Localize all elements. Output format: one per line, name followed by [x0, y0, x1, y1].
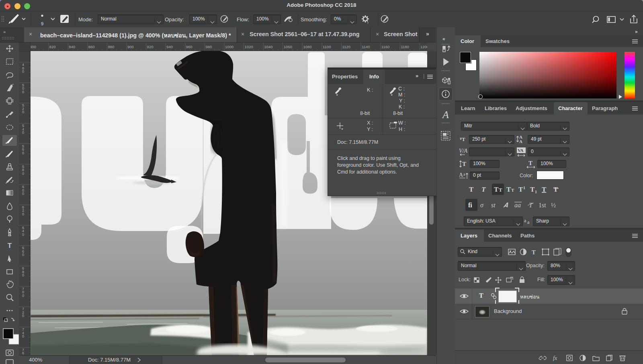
svg-text:A: A: [459, 172, 463, 178]
svg-text:M :: M :: [398, 92, 405, 98]
svg-text:T: T: [499, 187, 502, 193]
svg-text:V/A: V/A: [459, 148, 467, 154]
svg-text:T: T: [462, 161, 466, 167]
svg-text:Cmd for additional options.: Cmd for additional options.: [337, 169, 397, 175]
svg-text:0: 0: [22, 294, 24, 298]
svg-text:0: 0: [22, 90, 24, 94]
svg-text:T: T: [542, 186, 547, 193]
svg-text:960: 960: [186, 45, 192, 49]
svg-text:Y :: Y :: [367, 127, 373, 132]
svg-text:0: 0: [22, 70, 24, 74]
svg-text:0: 0: [22, 253, 24, 257]
svg-text:½: ½: [551, 202, 556, 209]
svg-text:8-bit: 8-bit: [393, 110, 403, 116]
svg-text:1200: 1200: [420, 45, 427, 49]
svg-text:Click and drag to paint using: Click and drag to paint using: [337, 155, 401, 161]
svg-text:0: 0: [22, 192, 24, 196]
svg-text:W :: W :: [398, 120, 406, 126]
svg-text:st: st: [491, 202, 496, 209]
svg-text:1000: 1000: [225, 45, 233, 49]
svg-text:X :: X :: [367, 120, 373, 126]
svg-text:H :: H :: [399, 127, 405, 132]
svg-text:980: 980: [205, 45, 212, 49]
svg-text:T: T: [481, 186, 486, 193]
svg-text:1080: 1080: [303, 45, 311, 49]
svg-text:T: T: [469, 186, 474, 193]
svg-text:𝑨: 𝑨: [503, 202, 508, 209]
svg-text:0: 0: [22, 212, 24, 216]
svg-text:9: 9: [41, 21, 43, 26]
svg-text:820: 820: [49, 45, 56, 49]
svg-text:ᵀT: ᵀT: [460, 136, 465, 142]
svg-text:880: 880: [108, 45, 114, 49]
svg-text:940: 940: [166, 45, 173, 49]
svg-text:T: T: [532, 249, 536, 256]
svg-text:a: a: [524, 218, 526, 223]
svg-text:a: a: [463, 172, 465, 176]
svg-text:Doc: 7.15M/8.77M: Doc: 7.15M/8.77M: [337, 139, 378, 145]
svg-text:a: a: [527, 219, 530, 225]
svg-text:1120: 1120: [342, 45, 350, 49]
svg-text:1140: 1140: [362, 45, 370, 49]
svg-text:T: T: [511, 188, 514, 192]
svg-text:T: T: [529, 202, 533, 209]
svg-text:1: 1: [523, 186, 525, 190]
svg-text:840: 840: [69, 45, 75, 49]
svg-text:T: T: [8, 242, 12, 249]
svg-text:0: 0: [22, 314, 24, 318]
svg-text:0: 0: [22, 233, 24, 237]
svg-text:1040: 1040: [264, 45, 272, 49]
svg-text:0: 0: [22, 110, 24, 114]
svg-text:0: 0: [22, 334, 24, 338]
svg-text:T: T: [528, 160, 532, 166]
svg-text:fx: fx: [553, 355, 557, 361]
svg-text:A: A: [442, 109, 449, 121]
svg-text:foreground color. Use Shift,: foreground color. Use Shift, Opt, and: [337, 162, 419, 168]
svg-text:1: 1: [535, 190, 537, 194]
svg-text:1020: 1020: [245, 45, 253, 49]
svg-text:Y :: Y :: [399, 98, 405, 104]
svg-text:T: T: [494, 186, 499, 193]
svg-text:C :: C :: [398, 86, 405, 92]
svg-text:K :: K :: [367, 87, 373, 93]
svg-text:T: T: [553, 186, 558, 193]
svg-text:1060: 1060: [284, 45, 292, 49]
svg-text:8-bit: 8-bit: [360, 110, 370, 116]
svg-text:900: 900: [127, 45, 134, 49]
svg-text:1160: 1160: [381, 45, 389, 49]
svg-text:1100: 1100: [323, 45, 331, 49]
svg-text:0: 0: [22, 151, 24, 155]
svg-text:860: 860: [88, 45, 95, 49]
svg-text:σ: σ: [480, 202, 484, 209]
svg-text:0: 0: [22, 131, 24, 135]
svg-text:1st: 1st: [539, 202, 546, 209]
svg-text:K :: K :: [399, 104, 405, 110]
svg-text:fi: fi: [468, 202, 472, 209]
svg-text:T: T: [506, 186, 511, 193]
svg-text:920: 920: [147, 45, 154, 49]
svg-text:aa: aa: [514, 202, 521, 209]
svg-text:T: T: [518, 186, 523, 193]
svg-text:0: 0: [22, 273, 24, 277]
svg-text:T: T: [530, 186, 535, 193]
svg-text:VA: VA: [518, 148, 524, 153]
svg-text:0: 0: [22, 172, 24, 176]
svg-text:800: 800: [30, 45, 36, 49]
svg-text:A: A: [519, 139, 522, 144]
svg-text:1180: 1180: [401, 45, 409, 49]
